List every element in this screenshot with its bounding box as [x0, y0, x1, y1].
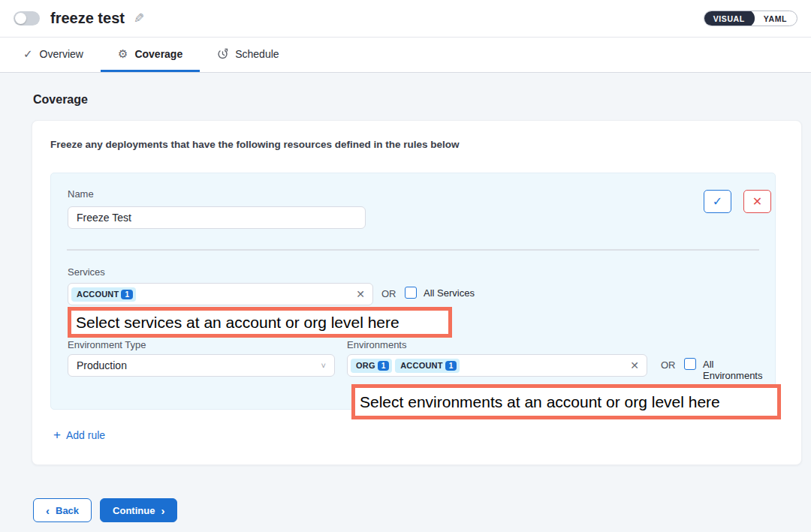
- tab-overview-label: Overview: [40, 48, 83, 60]
- environments-or-label: OR: [661, 359, 676, 371]
- services-account-tag[interactable]: ACCOUNT 1: [71, 287, 136, 302]
- environment-type-select[interactable]: Production ˅: [68, 354, 335, 377]
- all-environments-label: All Environments: [703, 359, 775, 381]
- plus-icon: +: [53, 428, 61, 441]
- rule-name-input[interactable]: [68, 206, 366, 229]
- visual-yaml-switch: VISUAL YAML: [704, 11, 797, 26]
- gear-icon: ⚙: [118, 48, 128, 59]
- count-badge: 1: [121, 290, 133, 299]
- environment-type-value: Production: [77, 359, 321, 371]
- toggle-knob: [15, 13, 26, 24]
- annotation-environments: Select environments at an account or org…: [351, 384, 781, 419]
- chevron-right-icon: ›: [161, 504, 164, 517]
- freeze-instruction-text: Freeze any deployments that have the fol…: [50, 139, 460, 150]
- all-environments-checkbox[interactable]: [684, 358, 696, 370]
- chevron-down-icon: ˅: [321, 361, 326, 370]
- environments-label: Environments: [347, 339, 406, 350]
- visual-toggle-button[interactable]: VISUAL: [704, 11, 755, 26]
- count-badge: 1: [445, 361, 457, 371]
- all-services-label: All Services: [424, 287, 475, 299]
- check-icon: ✓: [23, 48, 33, 59]
- add-rule-label: Add rule: [66, 429, 105, 441]
- back-button[interactable]: ‹ Back: [33, 498, 92, 522]
- tab-coverage-label: Coverage: [134, 48, 182, 60]
- add-rule-button[interactable]: + Add rule: [53, 428, 105, 441]
- environments-input[interactable]: ORG 1 ACCOUNT 1 ✕: [347, 354, 647, 377]
- continue-label: Continue: [113, 505, 155, 516]
- services-input[interactable]: ACCOUNT 1 ✕: [68, 283, 373, 305]
- edit-title-icon[interactable]: ✎: [134, 11, 144, 26]
- page-title: Coverage: [33, 93, 88, 107]
- annotation-services: Select services at an account or org lev…: [68, 307, 452, 338]
- tab-schedule-label: Schedule: [235, 48, 279, 60]
- tab-schedule[interactable]: Schedule: [200, 38, 296, 72]
- clear-environments-icon[interactable]: ✕: [630, 360, 639, 371]
- freeze-enable-toggle[interactable]: [14, 11, 40, 26]
- tab-coverage[interactable]: ⚙ Coverage: [101, 38, 200, 72]
- yaml-toggle-button[interactable]: YAML: [754, 11, 797, 26]
- count-badge: 1: [378, 361, 390, 371]
- confirm-rule-button[interactable]: ✓: [704, 190, 731, 213]
- environment-type-label: Environment Type: [68, 339, 146, 350]
- services-label: Services: [68, 266, 105, 278]
- tab-bar: ✓ Overview ⚙ Coverage Schedule: [0, 38, 811, 73]
- environments-account-tag[interactable]: ACCOUNT 1: [395, 359, 460, 373]
- rule-divider: [67, 249, 759, 251]
- header-bar: freeze test ✎ VISUAL YAML: [0, 0, 811, 38]
- footer-actions: ‹ Back Continue ›: [33, 498, 177, 522]
- rule-card: Name ✓ ✕ Services ACCOUNT 1 ✕ OR All: [50, 173, 776, 410]
- environments-org-tag[interactable]: ORG 1: [351, 359, 392, 373]
- cancel-rule-button[interactable]: ✕: [743, 190, 771, 213]
- coverage-card: Freeze any deployments that have the fol…: [32, 120, 802, 465]
- chevron-left-icon: ‹: [46, 504, 50, 517]
- all-services-checkbox[interactable]: [405, 287, 417, 299]
- freeze-title: freeze test: [50, 10, 125, 27]
- tab-overview[interactable]: ✓ Overview: [6, 38, 101, 72]
- back-label: Back: [56, 505, 79, 516]
- name-label: Name: [68, 188, 94, 200]
- services-or-label: OR: [381, 288, 396, 299]
- clear-services-icon[interactable]: ✕: [356, 289, 365, 299]
- continue-button[interactable]: Continue ›: [100, 498, 177, 522]
- freeze-window: freeze test ✎ VISUAL YAML ✓ Overview ⚙ C…: [0, 0, 811, 532]
- clock-refresh-icon: [217, 48, 228, 59]
- coverage-page: Coverage Freeze any deployments that hav…: [0, 73, 811, 532]
